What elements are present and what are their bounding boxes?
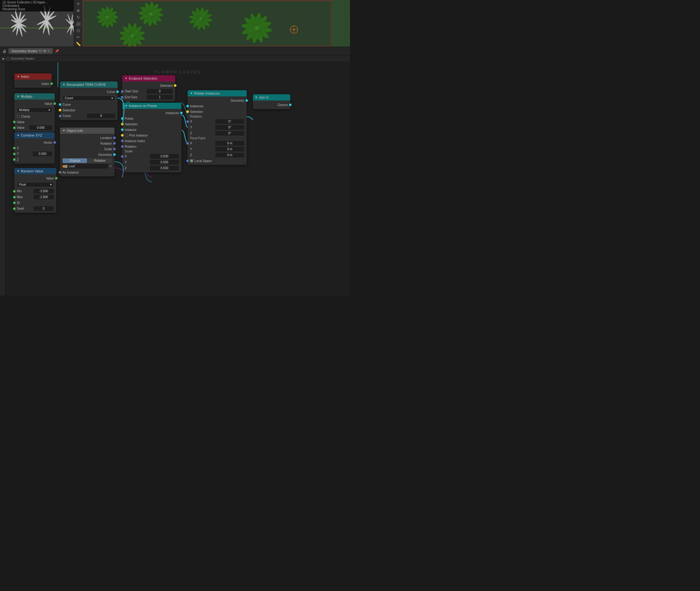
node-collapse-chevron[interactable]: ▼: [17, 75, 19, 78]
resampled-mode-dropdown[interactable]: Count ▾: [63, 95, 115, 101]
join-geo-output-socket[interactable]: [289, 104, 292, 106]
rotate-px-socket[interactable]: [186, 142, 189, 145]
combine-y-field[interactable]: 0.000: [33, 151, 52, 156]
camera-icon[interactable]: 🎥: [75, 21, 82, 26]
resampled-curve-in-socket[interactable]: [59, 103, 61, 106]
viewport-left[interactable]: (2) Scene Collection | 03 Again... Centi…: [0, 0, 82, 47]
node-multiply-header[interactable]: ▼ Multiply: [14, 93, 55, 100]
rotate-local-socket[interactable]: [186, 159, 189, 162]
local-space-checkbox[interactable]: ✓: [190, 159, 193, 162]
instance-sz-field[interactable]: 0.500: [150, 166, 179, 171]
node-index[interactable]: ▼ Index Index: [14, 73, 52, 88]
combine-output-socket[interactable]: [54, 141, 56, 144]
copy-icon[interactable]: ⧉: [44, 49, 46, 53]
multiply-type-dropdown[interactable]: Multiply ▾: [17, 107, 52, 113]
random-seed-field[interactable]: 0: [34, 206, 54, 211]
index-output-socket[interactable]: [50, 82, 53, 85]
viewport-right[interactable]: [82, 0, 350, 47]
node-object-info[interactable]: ▼ Object Info Location Rotation Scale Ge…: [60, 128, 115, 176]
ep-selection-output-socket[interactable]: [174, 84, 176, 87]
obj-clear-button[interactable]: ✕: [109, 164, 112, 168]
random-max-field[interactable]: -2.800: [34, 195, 54, 199]
random-max-socket[interactable]: [13, 196, 15, 198]
node-instance-header[interactable]: ▼ Instance on Points: [122, 103, 181, 109]
geometry-nodes-tab[interactable]: Geometry Nodes 🛡 ⧉ ✕: [8, 48, 53, 54]
instance-index-socket[interactable]: [121, 140, 124, 142]
obj-in-socket[interactable]: [63, 165, 65, 168]
node-endpoint-header[interactable]: ▼ Endpoint Selection: [122, 75, 175, 81]
ep-end-field[interactable]: 1: [147, 95, 173, 100]
node-multiply[interactable]: ▼ Multiply Value Multiply ▾ Clamp: [14, 93, 55, 132]
instance-points-socket[interactable]: [121, 117, 124, 120]
node-rotate-instances[interactable]: ▼ Rotate Instances Geometry Instances Se…: [188, 90, 247, 165]
obj-location-socket[interactable]: [113, 137, 116, 139]
ep-end-socket[interactable]: [121, 96, 124, 98]
random-min-socket[interactable]: [13, 190, 15, 193]
obj-rotation-socket[interactable]: [113, 142, 116, 145]
node-resampled-header[interactable]: ▼ Resampled TRIM CURVE: [60, 81, 118, 88]
instance-sel-socket[interactable]: [121, 123, 124, 125]
random-min-field[interactable]: -3.500: [34, 189, 54, 193]
node-random-value[interactable]: ▼ Random Value Value Float ▾ Min -3.500: [14, 168, 56, 213]
rotate-geo-output-socket[interactable]: [246, 99, 248, 102]
instance-sx-socket[interactable]: [121, 155, 124, 158]
pick-instance-checkbox[interactable]: [125, 134, 128, 137]
resampled-count-socket[interactable]: [59, 115, 61, 117]
ep-start-field[interactable]: 0: [147, 89, 173, 93]
tab-close-icon[interactable]: ✕: [47, 50, 50, 53]
combine-z-socket[interactable]: [13, 158, 15, 161]
node-rotate-header[interactable]: ▼ Rotate Instances: [188, 90, 247, 96]
node-combine-xyz[interactable]: ▼ Combine XYZ Vector X Y 0.000: [14, 132, 55, 163]
rotate-instances-socket[interactable]: [186, 105, 189, 107]
instance-sx-field[interactable]: 0.500: [150, 154, 179, 158]
move-icon[interactable]: ✥: [75, 8, 82, 13]
combine-x-socket[interactable]: [13, 147, 15, 149]
node-join-geo-header[interactable]: ▼ Join G: [253, 94, 290, 101]
rotate-pz-field[interactable]: 0 m: [215, 153, 244, 157]
multiply-value-in-socket[interactable]: [13, 121, 15, 123]
rotate-py-field[interactable]: 0 m: [215, 147, 244, 151]
rotate-icon[interactable]: ↻: [75, 15, 82, 20]
measure-icon[interactable]: 📏: [75, 41, 82, 47]
btn-relative[interactable]: Relative: [88, 158, 112, 163]
node-join-geo[interactable]: ▼ Join G Geome: [253, 94, 290, 109]
rotate-rx-field[interactable]: 0°: [215, 119, 244, 124]
random-output-socket[interactable]: [55, 177, 58, 180]
random-id-socket[interactable]: [13, 202, 15, 204]
instance-rotation-socket[interactable]: [121, 145, 124, 148]
rotate-rx-socket[interactable]: [186, 120, 189, 123]
multiply-value-field[interactable]: 0.690: [29, 125, 52, 130]
instance-sy-field[interactable]: 0.500: [150, 160, 179, 165]
cursor-icon[interactable]: ✛: [75, 1, 82, 6]
node-resampled-trim[interactable]: ▼ Resampled TRIM CURVE Curve Count ▾ Cur…: [60, 81, 118, 120]
multiply-value2-socket[interactable]: [13, 127, 15, 129]
clamp-checkbox[interactable]: [17, 115, 20, 118]
pin-icon[interactable]: 📌: [55, 49, 59, 53]
random-seed-socket[interactable]: [13, 207, 15, 210]
resampled-selection-socket[interactable]: [59, 109, 61, 111]
node-index-header[interactable]: ▼ Index: [14, 73, 52, 80]
obj-scale-socket[interactable]: [113, 148, 116, 150]
resampled-curve-output-socket[interactable]: [116, 90, 119, 93]
editor-type-icon[interactable]: 🖨: [2, 49, 6, 54]
rotate-ry-field[interactable]: 0°: [215, 125, 244, 130]
node-instance-on-points[interactable]: ▼ Instance on Points Instances Points Se…: [122, 103, 181, 172]
instance-pick-socket[interactable]: [121, 134, 124, 137]
transform-icon[interactable]: ⊡: [75, 28, 82, 33]
node-canvas[interactable]: FLOWER LEAVES: [6, 62, 350, 296]
ep-start-socket[interactable]: [121, 90, 124, 93]
rotate-sel-socket[interactable]: [186, 111, 189, 113]
rotate-rz-field[interactable]: 0°: [215, 131, 244, 136]
node-object-info-header[interactable]: ▼ Object Info: [60, 128, 115, 134]
node-combine-xyz-header[interactable]: ▼ Combine XYZ: [14, 132, 55, 138]
obj-as-instance-socket[interactable]: [59, 171, 61, 174]
resampled-count-field[interactable]: 9: [87, 114, 115, 118]
obj-geometry-socket[interactable]: [113, 153, 116, 156]
btn-original[interactable]: Original: [63, 158, 87, 163]
breadcrumb-expand-icon[interactable]: ▶: [2, 57, 5, 60]
multiply-output-socket[interactable]: [54, 102, 56, 105]
instance-output-socket[interactable]: [180, 112, 183, 114]
annotate-icon[interactable]: ✏: [75, 35, 82, 40]
rotate-px-field[interactable]: 0 m: [215, 141, 244, 146]
node-endpoint-selection[interactable]: ▼ Endpoint Selection Selection Start Siz…: [122, 75, 175, 102]
